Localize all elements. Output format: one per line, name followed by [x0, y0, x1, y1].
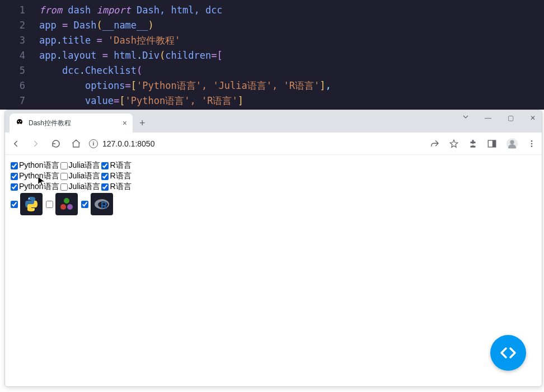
- checkbox-input[interactable]: [101, 173, 109, 180]
- code-line-7: value=['Python语言', 'R语言']: [39, 93, 243, 108]
- site-info-icon[interactable]: i: [89, 139, 98, 148]
- nav-reload-icon[interactable]: [51, 139, 61, 149]
- checkbox-input[interactable]: [60, 173, 68, 180]
- checklist-item[interactable]: Python语言: [11, 171, 59, 181]
- svg-text:R: R: [101, 201, 107, 210]
- new-tab-button[interactable]: +: [133, 117, 152, 129]
- python-logo-icon: [20, 193, 43, 215]
- julia-logo-icon: [55, 193, 78, 215]
- menu-kebab-icon[interactable]: [527, 139, 536, 148]
- checklist-row: Python语言Julia语言R语言: [11, 182, 536, 192]
- checkbox-input[interactable]: [11, 162, 18, 169]
- checkbox-input[interactable]: [60, 162, 68, 169]
- line-number: 5: [0, 63, 39, 78]
- checklist-item[interactable]: Python语言: [11, 182, 59, 192]
- svg-point-11: [531, 145, 533, 147]
- tab-close-icon[interactable]: ×: [123, 119, 127, 127]
- svg-point-16: [67, 204, 73, 210]
- checkbox-label: R语言: [110, 160, 131, 171]
- line-number: 4: [0, 48, 39, 63]
- checkbox-label: R语言: [110, 182, 131, 192]
- svg-rect-6: [493, 140, 496, 147]
- checkbox-label: Julia语言: [69, 182, 101, 192]
- bookmark-star-icon[interactable]: [449, 139, 459, 149]
- browser-window: Dash控件教程 × + — ▢ ✕ i 127.0.0.1:8050: [4, 110, 542, 387]
- checkbox-input[interactable]: [60, 183, 68, 191]
- checkbox-label: Python语言: [19, 182, 59, 192]
- checklist-row: Python语言Julia语言R语言: [11, 171, 536, 181]
- browser-address-bar: i 127.0.0.1:8050: [5, 133, 542, 155]
- r-logo-icon: R: [91, 193, 113, 215]
- checklist-item[interactable]: R语言: [101, 182, 131, 192]
- checkbox-input[interactable]: [11, 183, 18, 191]
- window-minimize-icon[interactable]: —: [482, 114, 494, 122]
- svg-point-13: [33, 209, 34, 210]
- checklist-icon-item[interactable]: [46, 193, 78, 215]
- checklist-item[interactable]: Python语言: [11, 160, 59, 171]
- sidepanel-icon[interactable]: [487, 139, 497, 149]
- line-number: 7: [0, 93, 39, 108]
- svg-point-2: [18, 121, 19, 122]
- checkbox-input[interactable]: [101, 183, 109, 191]
- dash-devtools-button[interactable]: [490, 335, 526, 371]
- checklist-item[interactable]: Julia语言: [60, 160, 101, 171]
- nav-home-icon[interactable]: [71, 139, 81, 149]
- checklist-item[interactable]: Julia语言: [60, 171, 101, 181]
- checkbox-input[interactable]: [101, 162, 109, 169]
- checklist-item[interactable]: Julia语言: [60, 182, 101, 192]
- penguin-favicon-icon: [15, 119, 24, 127]
- svg-point-9: [531, 140, 533, 142]
- window-close-icon[interactable]: ✕: [527, 114, 538, 122]
- tab-title: Dash控件教程: [29, 119, 118, 128]
- checkbox-input[interactable]: [11, 201, 18, 208]
- window-maximize-icon[interactable]: ▢: [505, 114, 516, 122]
- nav-forward-icon[interactable]: [31, 139, 41, 149]
- svg-point-8: [510, 140, 514, 144]
- checkbox-label: Python语言: [19, 160, 59, 171]
- window-controls: — ▢ ✕: [460, 114, 538, 122]
- code-line-6: options=['Python语言', 'Julia语言', 'R语言'],: [39, 78, 331, 93]
- code-line-3: app.title = 'Dash控件教程': [39, 33, 180, 48]
- code-line-1: from dash import Dash, html, dcc: [39, 3, 223, 18]
- browser-tabbar: Dash控件教程 × + — ▢ ✕: [5, 110, 542, 133]
- checkbox-label: R语言: [110, 171, 131, 181]
- code-line-5: dcc.Checklist(: [39, 63, 142, 78]
- line-number: 1: [0, 3, 39, 18]
- svg-point-14: [64, 198, 69, 204]
- window-dropdown-icon[interactable]: [460, 114, 471, 122]
- checkbox-input[interactable]: [46, 201, 53, 208]
- checkbox-label: Julia语言: [69, 171, 101, 181]
- page-content: Python语言Julia语言R语言Python语言Julia语言R语言Pyth…: [5, 155, 542, 386]
- checklist-item[interactable]: R语言: [101, 171, 131, 181]
- checkbox-input[interactable]: [81, 201, 88, 208]
- code-line-2: app = Dash(__name__): [39, 18, 154, 33]
- nav-back-icon[interactable]: [11, 139, 21, 149]
- checklist-icon-item[interactable]: R: [81, 193, 113, 215]
- svg-point-15: [60, 204, 66, 210]
- extensions-icon[interactable]: [468, 139, 478, 149]
- profile-avatar-icon[interactable]: [506, 138, 518, 150]
- code-line-4: app.layout = html.Div(children=[: [39, 48, 223, 63]
- checkbox-input[interactable]: [11, 173, 18, 180]
- checkbox-label: Python语言: [19, 171, 59, 181]
- code-editor: 1from dash import Dash, html, dcc 2app =…: [0, 0, 544, 110]
- line-number: 2: [0, 18, 39, 33]
- checklist-icon-item[interactable]: [11, 193, 43, 215]
- checkbox-label: Julia语言: [69, 160, 101, 171]
- svg-point-10: [531, 143, 533, 144]
- browser-tab-active[interactable]: Dash控件教程 ×: [10, 114, 133, 133]
- checklist-item[interactable]: R语言: [101, 160, 131, 171]
- svg-point-1: [17, 124, 22, 127]
- line-number: 3: [0, 33, 39, 48]
- url-text: 127.0.0.1:8050: [102, 139, 154, 148]
- url-field[interactable]: i 127.0.0.1:8050: [89, 139, 422, 148]
- svg-point-3: [20, 121, 21, 122]
- checklist-row: Python语言Julia语言R语言: [11, 160, 536, 171]
- code-angle-icon: [499, 344, 517, 362]
- svg-point-12: [29, 198, 30, 199]
- line-number: 6: [0, 78, 39, 93]
- share-icon[interactable]: [430, 139, 440, 149]
